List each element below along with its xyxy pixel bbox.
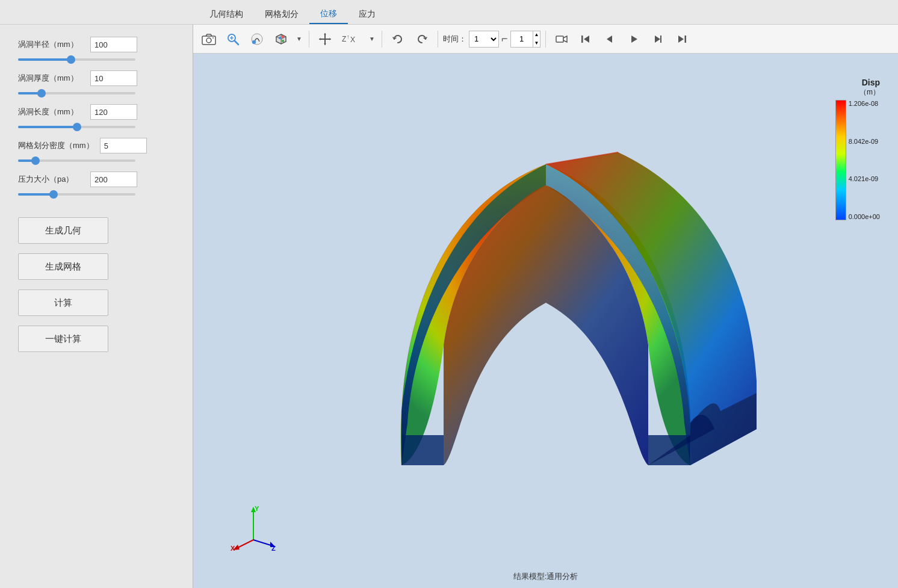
legend-unit: （m） bbox=[859, 87, 880, 97]
rotate-left-button[interactable] bbox=[387, 28, 409, 50]
thickness-label: 涡洞厚度（mm） bbox=[18, 73, 84, 84]
svg-rect-9 bbox=[279, 37, 281, 39]
mesh-density-input[interactable] bbox=[100, 138, 147, 153]
tab-mesh[interactable]: 网格划分 bbox=[254, 5, 309, 23]
viewport-3d[interactable]: Y X Z Disp （m） 1.206e- bbox=[193, 54, 898, 588]
length-label: 涡洞长度（mm） bbox=[18, 107, 84, 117]
play-last-button[interactable] bbox=[671, 28, 693, 50]
svg-line-24 bbox=[253, 540, 273, 546]
svg-rect-17 bbox=[685, 36, 687, 43]
tab-displacement[interactable]: 位移 bbox=[309, 5, 348, 24]
play-first-button[interactable] bbox=[575, 28, 596, 50]
axis-indicator: Y X Z bbox=[229, 504, 277, 552]
frame-input[interactable] bbox=[511, 34, 533, 43]
axis-dropdown-button[interactable]: ▼ bbox=[367, 28, 377, 50]
frame-up[interactable]: ▲ bbox=[533, 31, 540, 39]
legend-bar bbox=[835, 100, 846, 220]
cube-dropdown-button[interactable]: ▼ bbox=[294, 28, 304, 50]
time-select[interactable]: 1 bbox=[469, 31, 499, 48]
pressure-slider-track[interactable] bbox=[18, 193, 135, 196]
tab-stress[interactable]: 应力 bbox=[348, 5, 386, 23]
svg-line-4 bbox=[235, 41, 238, 45]
legend-min: 0.000e+00 bbox=[849, 213, 880, 220]
svg-text:↑: ↑ bbox=[347, 34, 350, 40]
time-number: ▲ ▼ bbox=[510, 31, 541, 48]
svg-text:X: X bbox=[231, 545, 235, 552]
gen-geo-button[interactable]: 生成几何 bbox=[18, 217, 108, 244]
svg-text:Z: Z bbox=[271, 545, 276, 552]
play-camera-button[interactable] bbox=[551, 28, 572, 50]
radius-slider-track[interactable] bbox=[18, 58, 135, 61]
gen-mesh-button[interactable]: 生成网格 bbox=[18, 253, 108, 280]
pressure-label: 压力大小（pa） bbox=[18, 174, 84, 185]
legend-labels: 1.206e-08 8.042e-09 4.021e-09 0.000e+00 bbox=[849, 100, 880, 220]
frame-arrows: ▲ ▼ bbox=[533, 31, 540, 48]
svg-text:X: X bbox=[350, 36, 355, 44]
frame-down[interactable]: ▼ bbox=[533, 39, 540, 48]
length-slider-container bbox=[18, 123, 175, 128]
sep4 bbox=[545, 31, 546, 48]
svg-text:Y: Y bbox=[255, 505, 259, 512]
sep3 bbox=[438, 31, 438, 48]
mesh-density-label: 网格划分密度（mm） bbox=[18, 140, 94, 151]
top-nav: 几何结构 网格划分 位移 应力 bbox=[0, 0, 898, 25]
zoom-button[interactable] bbox=[222, 28, 244, 50]
thickness-row: 涡洞厚度（mm） bbox=[18, 70, 175, 86]
arch-visualization bbox=[305, 116, 787, 525]
svg-point-2 bbox=[212, 37, 214, 39]
rotate-right-button[interactable] bbox=[411, 28, 433, 50]
one-click-button[interactable]: 一键计算 bbox=[18, 326, 108, 352]
length-row: 涡洞长度（mm） bbox=[18, 104, 175, 120]
legend-title: Disp bbox=[862, 78, 880, 87]
sep1 bbox=[309, 31, 309, 48]
svg-point-8 bbox=[252, 40, 256, 44]
svg-rect-15 bbox=[556, 36, 563, 42]
svg-rect-16 bbox=[581, 36, 583, 43]
viewport: ▼ Z ↑ X bbox=[193, 25, 898, 588]
button-section: 生成几何 生成网格 计算 一键计算 bbox=[18, 217, 175, 352]
toolbar: ▼ Z ↑ X bbox=[193, 25, 898, 54]
viewport-status: 结果模型:通用分析 bbox=[513, 571, 578, 582]
thickness-slider-container bbox=[18, 90, 175, 94]
svg-rect-10 bbox=[282, 36, 284, 38]
main-area: 涡洞半径（mm） 涡洞厚度（mm） 涡洞长度（mm） bbox=[0, 25, 898, 588]
radius-row: 涡洞半径（mm） bbox=[18, 37, 175, 52]
play-play-button[interactable] bbox=[623, 28, 645, 50]
svg-rect-11 bbox=[282, 40, 284, 42]
color-legend: Disp （m） 1.206e-08 8.042e-09 4.021e-09 0… bbox=[835, 78, 880, 220]
thickness-slider-track[interactable] bbox=[18, 92, 135, 94]
legend-max: 1.206e-08 bbox=[849, 100, 880, 107]
play-prev-button[interactable] bbox=[599, 28, 621, 50]
legend-bar-container: 1.206e-08 8.042e-09 4.021e-09 0.000e+00 bbox=[835, 100, 880, 220]
cube-button[interactable] bbox=[270, 28, 292, 50]
play-next-button[interactable] bbox=[647, 28, 669, 50]
axis-z-button[interactable]: Z ↑ X bbox=[338, 28, 365, 50]
pressure-slider-container bbox=[18, 191, 175, 196]
left-panel: 涡洞半径（mm） 涡洞厚度（mm） 涡洞长度（mm） bbox=[0, 25, 193, 588]
pressure-row: 压力大小（pa） bbox=[18, 172, 175, 187]
time-label: 时间： bbox=[443, 34, 466, 45]
pressure-input[interactable] bbox=[90, 172, 137, 187]
mesh-density-slider-container bbox=[18, 157, 175, 162]
radius-input[interactable] bbox=[90, 37, 137, 52]
radius-label: 涡洞半径（mm） bbox=[18, 39, 84, 50]
radius-slider-container bbox=[18, 56, 175, 61]
pan-button[interactable] bbox=[314, 28, 336, 50]
legend-mid2: 4.021e-09 bbox=[849, 175, 880, 182]
calc-button[interactable]: 计算 bbox=[18, 289, 108, 316]
status-text: 结果模型:通用分析 bbox=[513, 572, 578, 581]
legend-mid1: 8.042e-09 bbox=[849, 138, 880, 145]
tab-geometry[interactable]: 几何结构 bbox=[199, 5, 254, 23]
camera-button[interactable] bbox=[198, 28, 220, 50]
paint-button[interactable] bbox=[246, 28, 268, 50]
svg-rect-0 bbox=[202, 36, 215, 45]
length-input[interactable] bbox=[90, 104, 137, 120]
mesh-density-row: 网格划分密度（mm） bbox=[18, 138, 175, 153]
time-chevron[interactable]: ⌐ bbox=[501, 32, 508, 45]
mesh-density-slider-track[interactable] bbox=[18, 159, 135, 162]
svg-text:Z: Z bbox=[342, 35, 346, 43]
thickness-input[interactable] bbox=[90, 70, 137, 86]
length-slider-track[interactable] bbox=[18, 126, 135, 128]
sep2 bbox=[382, 31, 382, 48]
